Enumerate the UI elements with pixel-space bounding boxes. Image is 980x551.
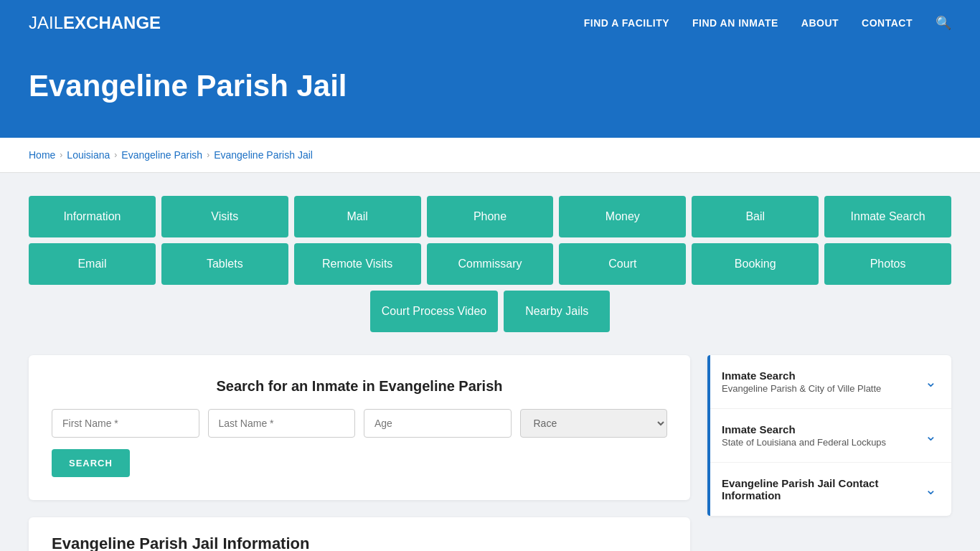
- breadcrumb-sep-2: ›: [114, 150, 117, 160]
- btn-inmate-search[interactable]: Inmate Search: [824, 196, 951, 237]
- btn-money[interactable]: Money: [559, 196, 686, 237]
- breadcrumb-evangeline-parish[interactable]: Evangeline Parish: [121, 149, 202, 161]
- sidebar-item-1[interactable]: Inmate Search Evangeline Parish & City o…: [707, 355, 951, 409]
- btn-email[interactable]: Email: [29, 243, 156, 285]
- logo-exchange: EXCHANGE: [63, 13, 161, 32]
- last-name-input[interactable]: [208, 409, 356, 438]
- logo-jail: JAIL: [29, 13, 63, 32]
- breadcrumb-sep-1: ›: [60, 150, 62, 160]
- site-header: JAILEXCHANGE FIND A FACILITY FIND AN INM…: [0, 0, 980, 46]
- search-title: Search for an Inmate in Evangeline Paris…: [52, 378, 667, 395]
- sidebar-item-3-text: Evangeline Parish Jail Contact Informati…: [722, 477, 925, 501]
- breadcrumb-louisiana[interactable]: Louisiana: [67, 149, 110, 161]
- sidebar-card-wrapper: Inmate Search Evangeline Parish & City o…: [707, 355, 951, 516]
- button-row-1: Information Visits Mail Phone Money Bail…: [29, 196, 951, 237]
- btn-remote-visits[interactable]: Remote Visits: [294, 243, 421, 285]
- sidebar-item-2-text: Inmate Search State of Louisiana and Fed…: [722, 423, 886, 448]
- sidebar-item-3-title: Evangeline Parish Jail Contact Informati…: [722, 477, 925, 501]
- sidebar-item-2[interactable]: Inmate Search State of Louisiana and Fed…: [707, 409, 951, 463]
- btn-bail[interactable]: Bail: [692, 196, 819, 237]
- main-nav: FIND A FACILITY FIND AN INMATE ABOUT CON…: [584, 15, 951, 31]
- search-fields: Race White Black Hispanic Asian Other: [52, 409, 667, 438]
- breadcrumb-bar: Home › Louisiana › Evangeline Parish › E…: [0, 138, 980, 173]
- inmate-search-box: Search for an Inmate in Evangeline Paris…: [29, 355, 690, 500]
- jail-info-section: Evangeline Parish Jail Information: [29, 517, 690, 551]
- chevron-down-icon-2: ⌄: [925, 427, 937, 444]
- btn-phone[interactable]: Phone: [427, 196, 554, 237]
- chevron-down-icon-1: ⌄: [925, 373, 937, 390]
- nav-contact[interactable]: CONTACT: [862, 17, 913, 29]
- btn-photos[interactable]: Photos: [824, 243, 951, 285]
- sidebar-item-3[interactable]: Evangeline Parish Jail Contact Informati…: [707, 463, 951, 516]
- site-logo[interactable]: JAILEXCHANGE: [29, 13, 161, 33]
- btn-court[interactable]: Court: [559, 243, 686, 285]
- left-column: Search for an Inmate in Evangeline Paris…: [29, 355, 690, 551]
- button-row-3: Court Process Video Nearby Jails: [29, 291, 951, 332]
- btn-booking[interactable]: Booking: [692, 243, 819, 285]
- jail-info-title: Evangeline Parish Jail Information: [52, 534, 667, 551]
- btn-mail[interactable]: Mail: [294, 196, 421, 237]
- first-name-input[interactable]: [52, 409, 199, 438]
- age-input[interactable]: [364, 409, 512, 438]
- btn-commissary[interactable]: Commissary: [427, 243, 554, 285]
- main-content: Information Visits Mail Phone Money Bail…: [0, 173, 980, 551]
- breadcrumb-sep-3: ›: [207, 150, 209, 160]
- navigation-buttons: Information Visits Mail Phone Money Bail…: [29, 196, 951, 332]
- chevron-down-icon-3: ⌄: [925, 481, 937, 498]
- sidebar-item-2-title: Inmate Search: [722, 423, 886, 435]
- search-button[interactable]: SEARCH: [52, 449, 130, 477]
- race-select[interactable]: Race White Black Hispanic Asian Other: [520, 409, 668, 438]
- btn-court-process-video[interactable]: Court Process Video: [370, 291, 498, 332]
- btn-nearby-jails[interactable]: Nearby Jails: [504, 291, 610, 332]
- search-icon[interactable]: 🔍: [936, 15, 951, 31]
- btn-visits[interactable]: Visits: [161, 196, 288, 237]
- sidebar-item-1-title: Inmate Search: [722, 369, 881, 382]
- page-title: Evangeline Parish Jail: [29, 69, 951, 103]
- btn-information[interactable]: Information: [29, 196, 156, 237]
- breadcrumb: Home › Louisiana › Evangeline Parish › E…: [29, 149, 951, 161]
- right-sidebar: Inmate Search Evangeline Parish & City o…: [707, 355, 951, 551]
- nav-about[interactable]: ABOUT: [801, 17, 839, 29]
- sidebar-item-2-subtitle: State of Louisiana and Federal Lockups: [722, 437, 886, 448]
- nav-find-facility[interactable]: FIND A FACILITY: [584, 17, 669, 29]
- breadcrumb-current: Evangeline Parish Jail: [214, 149, 313, 161]
- button-row-2: Email Tablets Remote Visits Commissary C…: [29, 243, 951, 285]
- breadcrumb-home[interactable]: Home: [29, 149, 55, 161]
- btn-tablets[interactable]: Tablets: [161, 243, 288, 285]
- nav-find-inmate[interactable]: FIND AN INMATE: [692, 17, 778, 29]
- content-area: Search for an Inmate in Evangeline Paris…: [29, 355, 951, 551]
- sidebar-card: Inmate Search Evangeline Parish & City o…: [707, 355, 951, 516]
- sidebar-item-1-subtitle: Evangeline Parish & City of Ville Platte: [722, 383, 881, 394]
- sidebar-item-1-text: Inmate Search Evangeline Parish & City o…: [722, 369, 881, 394]
- hero-section: Evangeline Parish Jail: [0, 46, 980, 138]
